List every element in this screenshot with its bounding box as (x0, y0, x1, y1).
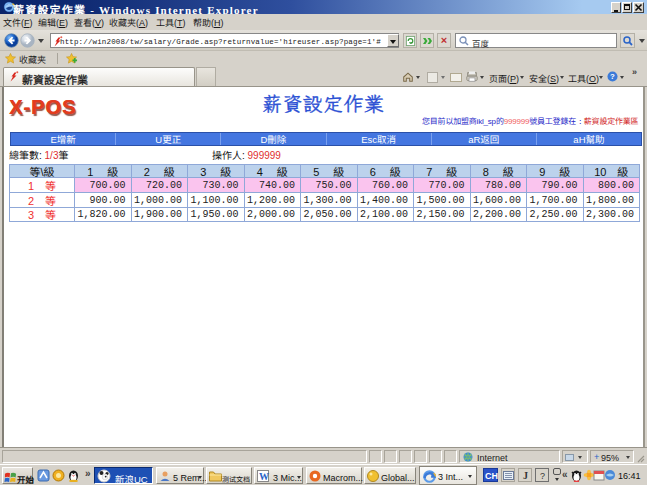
svg-text:?: ? (610, 72, 615, 81)
